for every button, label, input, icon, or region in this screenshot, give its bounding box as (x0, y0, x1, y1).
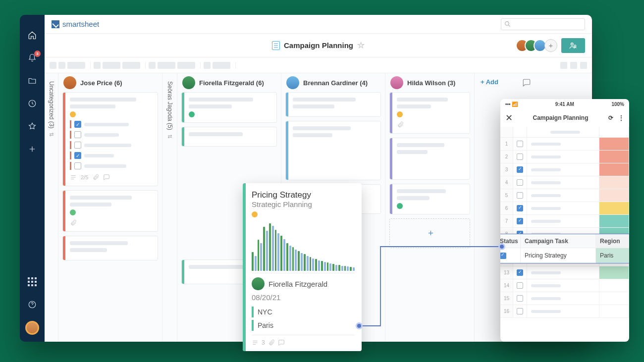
notifications-icon[interactable]: 3 (27, 52, 38, 63)
kanban-card[interactable] (285, 121, 381, 180)
mobile-row[interactable]: 15 (500, 292, 629, 305)
mobile-header-row (500, 127, 629, 138)
mobile-row-overlay[interactable]: StatusCampaign TaskRegion 2Pricing Strat… (500, 234, 629, 263)
detail-date: 08/20/21 (252, 293, 355, 302)
attachment-icon (397, 121, 404, 128)
kanban-card[interactable] (389, 184, 470, 214)
detail-tag: NYC (252, 307, 355, 317)
lane-title: Hilda Wilson (3) (407, 79, 455, 87)
avatar-icon (286, 76, 299, 89)
detail-chart (252, 221, 355, 273)
favorites-icon[interactable] (27, 121, 38, 132)
apps-icon[interactable] (27, 276, 38, 287)
kanban-card[interactable] (181, 127, 277, 147)
mobile-row[interactable]: 6 (500, 202, 629, 215)
more-icon[interactable]: ⋮ (618, 114, 624, 121)
connector-line (361, 326, 504, 326)
mobile-status-bar: ••• 📶9:41 AM100% (500, 99, 629, 109)
col-header: Campaign Task (521, 234, 596, 248)
mobile-row[interactable]: 5 (500, 189, 629, 202)
share-button[interactable] (561, 38, 585, 53)
status-dot (252, 211, 258, 217)
avatar-icon (63, 76, 76, 89)
attachment-icon (268, 339, 275, 346)
sheet-icon (272, 41, 280, 50)
kanban-card[interactable] (285, 92, 381, 117)
close-icon[interactable]: ✕ (505, 112, 513, 123)
kanban-card[interactable] (62, 236, 158, 260)
card-detail-popout[interactable]: Pricing Strategy Strategic Planning Fior… (243, 183, 362, 351)
lane-title: Fiorella Fitzgerald (6) (199, 79, 264, 87)
kanban-card[interactable]: ✓ ✓ 2/5 (62, 92, 158, 186)
user-avatar[interactable] (25, 321, 39, 335)
recent-icon[interactable] (27, 98, 38, 109)
kanban-card[interactable] (389, 138, 470, 180)
toolbar (45, 57, 592, 73)
overlay-region: Paris (596, 248, 629, 263)
detail-subtitle: Strategic Planning (252, 200, 355, 208)
mobile-title: Campaign Planning (518, 114, 603, 121)
attachment-icon (92, 174, 99, 181)
avatar-icon (390, 76, 403, 89)
mobile-row[interactable]: 4 (500, 176, 629, 189)
overlay-task: Pricing Strategy (521, 248, 596, 263)
refresh-icon[interactable]: ⟳ (608, 114, 613, 121)
left-rail: 3 (20, 15, 45, 342)
mobile-row[interactable]: 1 (500, 138, 629, 151)
collaborator-avatars[interactable]: + (520, 39, 557, 52)
svg-point-4 (574, 45, 576, 47)
home-icon[interactable] (27, 30, 38, 41)
mobile-row[interactable]: 3 (500, 163, 629, 176)
favorite-toggle[interactable]: ☆ (357, 40, 365, 51)
search-input[interactable] (501, 18, 585, 30)
kanban-card[interactable] (62, 190, 158, 232)
kanban-card[interactable] (181, 92, 277, 123)
page-title: Campaign Planning (284, 41, 353, 50)
mobile-row[interactable]: 7 (500, 215, 629, 228)
mobile-row[interactable]: 16 (500, 305, 629, 318)
avatar-icon (182, 76, 195, 89)
mobile-row[interactable]: 13 (500, 266, 629, 279)
attachment-icon (70, 219, 77, 226)
folder-icon[interactable] (27, 75, 38, 86)
kanban-card[interactable] (389, 92, 470, 134)
lane-seoras[interactable]: Seòras Jagoda (5)⇅ (162, 73, 177, 342)
detail-title: Pricing Strategy (252, 190, 355, 200)
mobile-preview: ••• 📶9:41 AM100% ✕ Campaign Planning ⟳ ⋮… (500, 99, 629, 342)
lane-uncategorized[interactable]: Uncategorized (3)⇅ (45, 73, 58, 342)
lane-title: Brennan Gardiner (4) (303, 79, 368, 87)
help-icon[interactable] (27, 299, 38, 310)
svg-point-3 (571, 43, 574, 45)
add-icon[interactable] (27, 144, 38, 155)
mobile-row[interactable]: 2 (500, 151, 629, 163)
comment-icon (278, 339, 285, 346)
svg-point-2 (505, 22, 509, 26)
detail-assignee: Fiorella Fitzgerald (252, 277, 355, 290)
detail-tag: Paris (252, 320, 355, 331)
lane-title: Jose Price (6) (80, 79, 122, 87)
checklist-count: 2/5 (81, 174, 88, 180)
comment-icon (103, 174, 110, 181)
lane-jose: Jose Price (6) ✓ ✓ 2/5 (58, 73, 162, 342)
brand-logo[interactable]: smartsheet (52, 20, 99, 28)
mobile-row[interactable]: 14 (500, 279, 629, 292)
col-header: Region (596, 234, 629, 248)
detail-subitem-count: 3 (262, 339, 265, 346)
